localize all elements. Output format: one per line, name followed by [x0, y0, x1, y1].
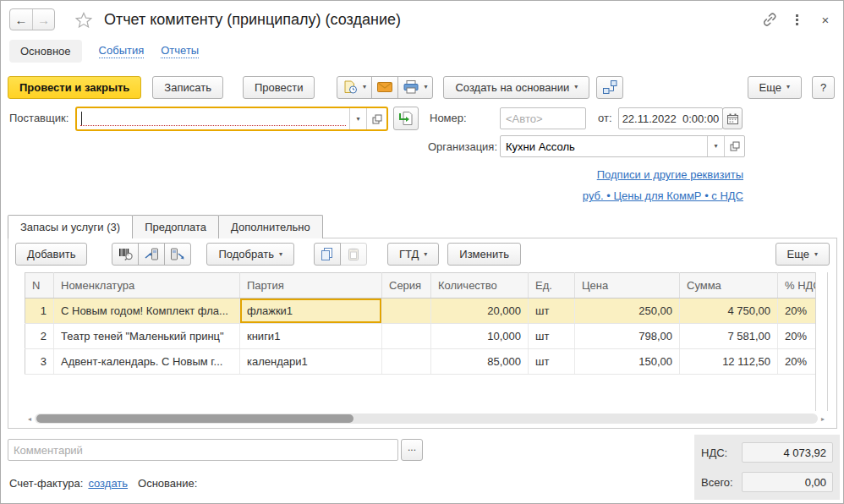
write-button[interactable]: Записать [152, 76, 223, 99]
number-input[interactable] [500, 107, 586, 129]
tab-additional[interactable]: Дополнительно [218, 215, 323, 238]
cell-series[interactable] [382, 349, 431, 375]
scroll-right-icon[interactable]: ▸ [818, 415, 828, 423]
cell-vat[interactable]: 20% [778, 299, 816, 324]
vat-value-field[interactable]: 4 073,92 [742, 442, 833, 463]
cell-price[interactable]: 798,00 [575, 324, 680, 349]
organization-dropdown-button[interactable]: ▾ [707, 136, 724, 156]
horizontal-scrollbar[interactable]: ◂ ▸ [25, 413, 828, 425]
related-documents-button[interactable] [596, 76, 623, 99]
table-more-button[interactable]: Еще ▾ [775, 243, 830, 266]
date-picker-button[interactable] [722, 107, 743, 129]
cell-sum[interactable]: 4 750,00 [680, 299, 778, 324]
cell-n[interactable]: 2 [25, 324, 54, 349]
terminal-upload-button[interactable] [138, 243, 165, 266]
clipboard-group [314, 243, 367, 266]
table-row[interactable]: 2 Театр теней "Маленький принц" книги1 1… [25, 324, 816, 349]
post-button[interactable]: Провести [243, 76, 315, 99]
col-nomenclature[interactable]: Номенклатура [54, 273, 240, 299]
back-icon: ← [15, 13, 28, 27]
create-based-on-button[interactable]: Создать на основании ▾ [443, 76, 589, 99]
cell-unit[interactable]: шт [529, 324, 575, 349]
cell-n[interactable]: 1 [25, 299, 54, 324]
fill-button[interactable] [393, 107, 419, 130]
cell-price[interactable]: 150,00 [575, 349, 680, 375]
more-menu-icon[interactable] [786, 9, 808, 30]
table-row[interactable]: 3 Адвент-календарь. С Новым г... календа… [25, 349, 816, 375]
signatures-link[interactable]: Подписи и другие реквизиты [597, 168, 743, 181]
tab-reports[interactable]: Отчеты [161, 44, 199, 58]
cell-sum[interactable]: 7 581,00 [680, 324, 778, 349]
supplier-input[interactable] [77, 108, 349, 129]
scroll-thumb[interactable] [36, 414, 353, 423]
related-documents-icon [603, 80, 617, 94]
col-sum[interactable]: Сумма [680, 273, 778, 299]
tab-events[interactable]: События [99, 44, 145, 58]
cell-unit[interactable]: шт [529, 349, 575, 375]
close-icon[interactable]: × [814, 9, 836, 30]
get-link-icon[interactable] [759, 9, 781, 30]
cell-series[interactable] [382, 299, 431, 324]
tab-main[interactable]: Основное [9, 40, 82, 63]
printer-icon [403, 80, 419, 94]
cell-vat[interactable]: 20% [778, 349, 816, 375]
cell-batch[interactable]: книги1 [240, 324, 382, 349]
col-batch[interactable]: Партия [240, 273, 382, 299]
invoice-create-link[interactable]: создать [88, 477, 128, 490]
col-n[interactable]: N [25, 273, 54, 299]
barcode-scan-button[interactable] [112, 243, 139, 266]
organization-open-button[interactable] [724, 136, 744, 156]
cell-nomenclature[interactable]: С Новым годом! Комплект фла... [54, 299, 240, 324]
pick-button[interactable]: Подобрать ▾ [206, 243, 293, 266]
copy-rows-button[interactable] [314, 243, 341, 266]
cell-quantity[interactable]: 85,000 [431, 349, 529, 375]
cell-unit[interactable]: шт [529, 299, 575, 324]
scroll-track[interactable] [35, 414, 818, 424]
more-button[interactable]: Еще ▾ [748, 76, 802, 99]
pick-label: Подобрать [218, 248, 273, 260]
postpone-button[interactable]: ▾ [337, 76, 372, 99]
col-series[interactable]: Серия [382, 273, 431, 299]
forward-button[interactable]: → [32, 9, 54, 30]
send-email-button[interactable] [371, 76, 398, 99]
post-and-close-button[interactable]: Провести и закрыть [8, 76, 141, 99]
prices-currency-link[interactable]: руб. • Цены для КоммР • с НДС [583, 189, 743, 202]
paste-rows-button[interactable] [340, 243, 367, 266]
cell-n[interactable]: 3 [25, 349, 54, 375]
cell-sum[interactable]: 12 112,50 [680, 349, 778, 375]
tab-prepayment[interactable]: Предоплата [132, 215, 219, 238]
title-bar: ← → Отчет комитенту (принципалу) (создан… [9, 6, 836, 33]
table-row[interactable]: 1 С Новым годом! Комплект фла... флажки1… [25, 299, 816, 324]
help-button[interactable]: ? [812, 76, 835, 99]
vertical-scrollbar[interactable] [815, 272, 828, 411]
total-value-field[interactable]: 0,00 [742, 472, 833, 492]
edit-button[interactable]: Изменить [447, 243, 521, 266]
cell-vat[interactable]: 20% [778, 324, 816, 349]
cell-quantity[interactable]: 20,000 [431, 299, 529, 324]
organization-input[interactable] [501, 136, 707, 156]
favorite-star-icon[interactable] [75, 12, 92, 28]
tab-goods-services[interactable]: Запасы и услуги (3) [8, 215, 133, 238]
gtd-button[interactable]: ГТД ▾ [387, 243, 439, 266]
comment-expand-button[interactable]: ... [401, 439, 423, 461]
col-vat[interactable]: % НДС [778, 273, 816, 299]
supplier-open-button[interactable] [366, 108, 386, 129]
cell-price[interactable]: 250,00 [575, 299, 680, 324]
date-input[interactable] [618, 107, 723, 129]
supplier-dropdown-button[interactable]: ▾ [349, 108, 366, 129]
col-unit[interactable]: Ед. [529, 273, 575, 299]
add-row-button[interactable]: Добавить [15, 243, 87, 266]
cell-quantity[interactable]: 10,000 [431, 324, 529, 349]
cell-batch[interactable]: флажки1 [240, 299, 382, 324]
comment-input[interactable] [8, 439, 398, 461]
terminal-download-button[interactable] [164, 243, 191, 266]
col-price[interactable]: Цена [575, 273, 680, 299]
cell-nomenclature[interactable]: Театр теней "Маленький принц" [54, 324, 240, 349]
back-button[interactable]: ← [10, 9, 32, 30]
cell-series[interactable] [382, 324, 431, 349]
print-button[interactable]: ▾ [397, 76, 433, 99]
cell-nomenclature[interactable]: Адвент-календарь. С Новым г... [54, 349, 240, 375]
col-quantity[interactable]: Количество [431, 273, 529, 299]
scroll-left-icon[interactable]: ◂ [25, 415, 35, 423]
cell-batch[interactable]: календари1 [240, 349, 382, 375]
